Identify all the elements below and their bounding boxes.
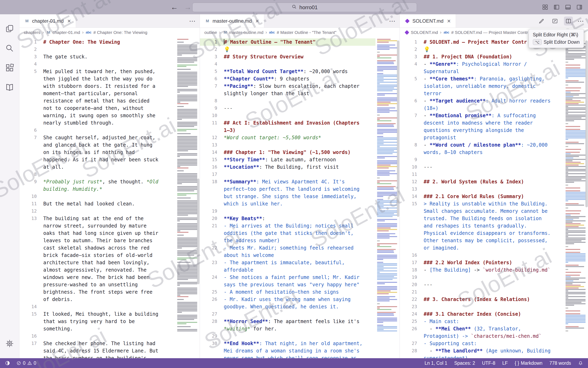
scrollbar[interactable] — [397, 37, 399, 358]
minimap[interactable] — [176, 37, 200, 358]
line-number: 8 — [400, 141, 417, 156]
code-line: 19 — [200, 207, 375, 215]
encoding-setting[interactable]: UTF-8 — [482, 360, 495, 366]
warnings-count: 0 — [34, 360, 36, 366]
forward-button[interactable]: → — [184, 3, 191, 11]
indentation-setting[interactable]: Spaces: 2 — [454, 360, 475, 366]
line-number: 26 — [400, 325, 417, 340]
line-number: 23 — [200, 259, 217, 274]
code-line: 27- Supporting cast: — [400, 340, 564, 347]
open-preview-icon[interactable] — [551, 17, 560, 26]
code-line: 13The building sat at the end of the nar… — [19, 215, 176, 303]
command-center-search[interactable]: horro01 — [192, 3, 417, 12]
soloent-file-icon — [405, 18, 410, 23]
toggle-secondary-sidebar-icon[interactable] — [576, 4, 583, 10]
back-button[interactable]: ← — [171, 3, 178, 11]
tab-master-outline[interactable]: M master-outline.md × — [200, 14, 264, 28]
more-actions-icon[interactable]: ⋯ — [389, 18, 396, 24]
breadcrumb-item[interactable]: SOLOENT.md — [404, 30, 438, 35]
code-line: 14 — [19, 303, 176, 310]
tab-label: master-outline.md — [213, 18, 252, 24]
cursor-position[interactable]: Ln 1, Col 1 — [425, 360, 447, 366]
line-number: 2 — [400, 46, 417, 53]
line-number: 5 — [19, 68, 37, 127]
code-line: 7She caught herself, adjusted her coat, … — [19, 134, 176, 171]
code-line: 14### Chapter 1: "The Viewing" (~1,500 w… — [200, 149, 375, 156]
code-action-lightbulb-icon[interactable]: 💡 — [424, 46, 430, 52]
search-value: horro01 — [299, 4, 318, 11]
extensions-icon[interactable] — [0, 58, 19, 78]
breadcrumb-separator: › — [82, 30, 83, 35]
breadcrumb-separator: › — [265, 30, 267, 35]
symbol-text-icon: abc — [86, 30, 91, 35]
editor-group-outline: M master-outline.md × ⋯ outline›Mmaster-… — [200, 14, 400, 358]
code-editor[interactable]: 1# Chapter One: The Viewing23The gate st… — [19, 37, 176, 358]
code-line: 29 — [200, 332, 375, 340]
word-count[interactable]: 778 words — [549, 360, 571, 366]
minimap[interactable] — [375, 37, 399, 358]
tab-chapter-01[interactable]: M chapter-01.md × — [19, 14, 76, 28]
customize-layout-icon[interactable] — [542, 4, 548, 10]
breadcrumb-item[interactable]: abc# Master Outline - "The Tenant" — [269, 30, 336, 35]
line-number: 17 — [400, 259, 417, 266]
tab-label: SOLOENT.md — [412, 18, 443, 24]
search-sidebar-icon[interactable] — [0, 38, 19, 58]
code-line: 1# Master Outline – "The Tenant" — [200, 38, 375, 46]
settings-gear-icon[interactable] — [0, 334, 19, 353]
line-number: 12 — [200, 134, 217, 141]
explorer-icon[interactable] — [0, 19, 19, 38]
breadcrumb-item[interactable]: Mchapter-01.md — [46, 30, 80, 35]
code-line: 3## 1. Project DNA (Foundation) — [400, 53, 564, 60]
code-line: 4 — [19, 60, 176, 68]
soloent-file-icon — [405, 30, 409, 35]
line-number: 9 — [200, 105, 217, 112]
breadcrumb-item[interactable]: outline — [204, 30, 217, 35]
breadcrumb-item[interactable]: chapters — [24, 30, 40, 35]
notifications-bell-icon[interactable] — [578, 361, 583, 366]
line-number: 1 — [200, 38, 217, 46]
line-number: 18 — [400, 266, 417, 274]
search-icon — [291, 4, 297, 11]
breadcrumb-item[interactable]: Mmaster-outline.md — [223, 30, 263, 35]
toggle-panel-icon[interactable] — [565, 4, 571, 10]
close-tab-icon[interactable]: × — [67, 18, 71, 25]
tab-soloent[interactable]: SOLOENT.md × — [400, 14, 456, 28]
problems-indicator[interactable]: 0 0 — [16, 360, 36, 366]
close-tab-icon[interactable]: × — [255, 18, 259, 25]
line-number: 21 — [200, 222, 217, 244]
more-actions-icon[interactable]: ⋯ — [577, 18, 584, 24]
code-line: 21 — [400, 288, 564, 296]
more-actions-icon[interactable]: ⋯ — [189, 18, 196, 24]
close-tab-icon[interactable]: × — [447, 18, 451, 25]
line-number: 10 — [200, 112, 217, 119]
breadcrumb-item[interactable]: abc# SOLOENT.md — Project Master Contr — [443, 30, 528, 35]
line-number: 19 — [400, 274, 417, 281]
code-editor[interactable]: 1# SOLOENT.md — Project Master Contr2💡3#… — [400, 37, 564, 358]
library-book-icon[interactable] — [0, 78, 19, 97]
scrollbar[interactable] — [585, 37, 588, 358]
language-mode[interactable]: { } Markdown — [515, 360, 543, 366]
breadcrumb-item[interactable]: abc# Chapter One: The Viewing — [86, 30, 147, 35]
scrollbar[interactable] — [197, 37, 200, 358]
markdown-file-icon: M — [24, 18, 30, 24]
toggle-primary-sidebar-icon[interactable] — [553, 4, 560, 10]
line-number: 9 — [400, 156, 417, 163]
minimap[interactable] — [564, 37, 588, 358]
code-editor[interactable]: 1# Master Outline – "The Tenant"2💡3## St… — [200, 37, 375, 358]
code-line: 22- Meets Mr. Kadir; something feels reh… — [200, 244, 375, 259]
code-line: 3## Story Structure Overview — [200, 53, 375, 60]
breadcrumb-separator: › — [43, 30, 44, 35]
line-number: 5 — [200, 68, 217, 75]
code-line: 22## 3. Characters (Index & Relations) — [400, 296, 564, 303]
split-editor-icon[interactable] — [564, 17, 573, 26]
edit-pencil-icon[interactable] — [537, 17, 546, 26]
line-number: 2 — [200, 46, 217, 53]
line-number: 5 — [400, 75, 417, 97]
line-number: 24 — [200, 274, 217, 288]
code-action-lightbulb-icon[interactable]: 💡 — [224, 46, 230, 52]
markdown-file-icon: M — [46, 30, 51, 35]
code-line: 28 - **The Landlord** (Age unknown, Buil… — [400, 347, 564, 358]
theme-toggle-icon[interactable] — [5, 360, 10, 366]
line-number: 3 — [19, 53, 37, 60]
eol-setting[interactable]: LF — [502, 360, 508, 366]
